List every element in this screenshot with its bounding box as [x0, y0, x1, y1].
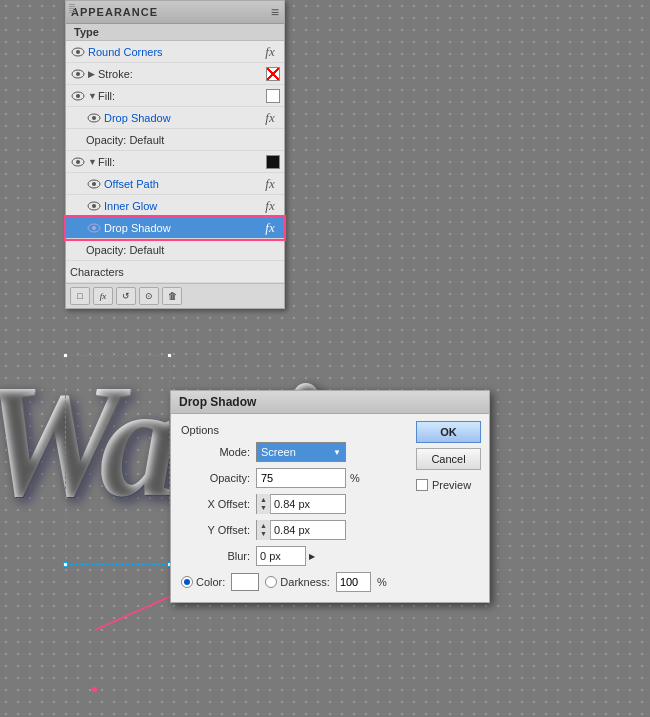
- opacity-label: Opacity:: [181, 472, 256, 484]
- stroke-arrow: ▶: [88, 69, 98, 79]
- toolbar-add-btn[interactable]: □: [70, 287, 90, 305]
- panel-toolbar: □ fx ↺ ⊙ 🗑: [66, 283, 284, 308]
- mode-label: Mode:: [181, 446, 256, 458]
- fx-icon-ds1[interactable]: fx: [260, 110, 280, 126]
- fill2-arrow: ▼: [88, 157, 98, 167]
- row-drop-shadow2[interactable]: Drop Shadow fx: [66, 217, 284, 239]
- blur-slider-container: 0 px ▶: [256, 546, 315, 566]
- toolbar-duplicate-btn[interactable]: ↺: [116, 287, 136, 305]
- characters-label[interactable]: Characters: [70, 266, 280, 278]
- yoffset-spinner[interactable]: ▲ ▼: [257, 520, 271, 540]
- darkness-input[interactable]: 100: [336, 572, 371, 592]
- dialog-xoffset-row: X Offset: ▲ ▼ 0.84 px: [181, 494, 479, 514]
- svg-point-14: [92, 204, 96, 208]
- row-fill2[interactable]: ▼ Fill:: [66, 151, 284, 173]
- opacity-value[interactable]: 75: [256, 468, 346, 488]
- xoffset-spinner[interactable]: ▲ ▼: [257, 494, 271, 514]
- inner-glow-label[interactable]: Inner Glow: [104, 200, 260, 212]
- eye-icon-ds1[interactable]: [86, 112, 102, 124]
- color-radio-option[interactable]: Color:: [181, 576, 225, 588]
- toolbar-move-btn[interactable]: ⊙: [139, 287, 159, 305]
- cancel-button[interactable]: Cancel: [416, 448, 481, 470]
- darkness-radio-option[interactable]: Darkness:: [265, 576, 330, 588]
- blur-value[interactable]: 0 px: [256, 546, 306, 566]
- svg-point-10: [76, 160, 80, 164]
- toolbar-fx-btn[interactable]: fx: [93, 287, 113, 305]
- eye-icon-op[interactable]: [86, 178, 102, 190]
- row-opacity2: Opacity: Default: [66, 239, 284, 261]
- eye-icon[interactable]: [70, 46, 86, 58]
- eye-icon-ds2[interactable]: [86, 222, 102, 234]
- fill1-swatch[interactable]: [266, 89, 280, 103]
- fx-icon-ig[interactable]: fx: [260, 198, 280, 214]
- svg-point-6: [76, 94, 80, 98]
- darkness-unit: %: [377, 576, 387, 588]
- drop-shadow2-label[interactable]: Drop Shadow: [104, 222, 260, 234]
- preview-checkbox[interactable]: [416, 479, 428, 491]
- eye-icon-stroke[interactable]: [70, 68, 86, 80]
- preview-label: Preview: [432, 479, 471, 491]
- dialog-title: Drop Shadow: [179, 395, 256, 409]
- opacity-unit: %: [350, 472, 360, 484]
- blur-slider-arrow[interactable]: ▶: [309, 552, 315, 561]
- dropdown-arrow: ▼: [333, 448, 341, 457]
- panel-section-type: Type: [66, 24, 284, 41]
- svg-point-4: [76, 72, 80, 76]
- mode-dropdown[interactable]: Screen ▼: [256, 442, 346, 462]
- fill2-swatch[interactable]: [266, 155, 280, 169]
- eye-icon-ig[interactable]: [86, 200, 102, 212]
- darkness-radio[interactable]: [265, 576, 277, 588]
- color-preview-swatch[interactable]: [231, 573, 259, 591]
- stroke-swatch[interactable]: [266, 67, 280, 81]
- svg-point-8: [92, 116, 96, 120]
- svg-point-12: [92, 182, 96, 186]
- row-opacity1: Opacity: Default: [66, 129, 284, 151]
- xoffset-val: 0.84 px: [271, 498, 345, 510]
- xoffset-input[interactable]: ▲ ▼ 0.84 px: [256, 494, 346, 514]
- yoffset-label: Y Offset:: [181, 524, 256, 536]
- dialog-yoffset-row: Y Offset: ▲ ▼ 0.84 px: [181, 520, 479, 540]
- blur-label: Blur:: [181, 550, 256, 562]
- drop-shadow-dialog: Drop Shadow Options Mode: Screen ▼ Opaci…: [170, 390, 490, 603]
- panel-resize-handle: [69, 3, 75, 13]
- offset-path-label[interactable]: Offset Path: [104, 178, 260, 190]
- color-radio[interactable]: [181, 576, 193, 588]
- row-inner-glow[interactable]: Inner Glow fx: [66, 195, 284, 217]
- row-stroke[interactable]: ▶ Stroke:: [66, 63, 284, 85]
- row-fill1[interactable]: ▼ Fill:: [66, 85, 284, 107]
- radio-dot: [184, 579, 190, 585]
- opacity-slider-group: 75 %: [256, 468, 360, 488]
- annotation-dot: [92, 687, 97, 692]
- fx-icon-op[interactable]: fx: [260, 176, 280, 192]
- preview-row: Preview: [416, 479, 481, 491]
- opacity1-label: Opacity: Default: [86, 134, 280, 146]
- fx-icon[interactable]: fx: [260, 44, 280, 60]
- dialog-titlebar: Drop Shadow: [171, 391, 489, 414]
- stroke-label: Stroke:: [98, 68, 264, 80]
- svg-point-16: [92, 226, 96, 230]
- toolbar-delete-btn[interactable]: 🗑: [162, 287, 182, 305]
- dialog-blur-row: Blur: 0 px ▶: [181, 546, 479, 566]
- svg-point-2: [76, 50, 80, 54]
- row-characters[interactable]: Characters: [66, 261, 284, 283]
- xoffset-label: X Offset:: [181, 498, 256, 510]
- dialog-color-row: Color: Darkness: 100 %: [181, 572, 479, 592]
- opacity2-label: Opacity: Default: [86, 244, 280, 256]
- panel-menu-icon[interactable]: ≡: [271, 4, 279, 20]
- ok-button[interactable]: OK: [416, 421, 481, 443]
- row-offset-path[interactable]: Offset Path fx: [66, 173, 284, 195]
- row-drop-shadow1[interactable]: Drop Shadow fx: [66, 107, 284, 129]
- panel-title: APPEARANCE: [71, 6, 158, 18]
- color-label: Color:: [196, 576, 225, 588]
- eye-icon-fill2[interactable]: [70, 156, 86, 168]
- fill1-label: Fill:: [98, 90, 264, 102]
- round-corners-label[interactable]: Round Corners: [88, 46, 260, 58]
- yoffset-input[interactable]: ▲ ▼ 0.84 px: [256, 520, 346, 540]
- fx-icon-ds2[interactable]: fx: [260, 220, 280, 236]
- row-round-corners[interactable]: Round Corners fx: [66, 41, 284, 63]
- drop-shadow1-label[interactable]: Drop Shadow: [104, 112, 260, 124]
- fill2-label: Fill:: [98, 156, 264, 168]
- eye-icon-fill1[interactable]: [70, 90, 86, 102]
- darkness-label: Darkness:: [280, 576, 330, 588]
- yoffset-val: 0.84 px: [271, 524, 345, 536]
